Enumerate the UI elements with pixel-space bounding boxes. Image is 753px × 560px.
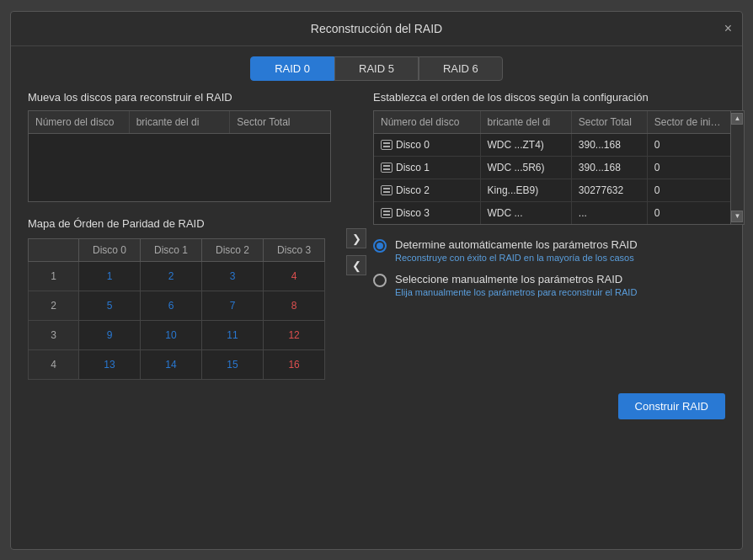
right-cell-disk: Disco 0 bbox=[374, 134, 481, 156]
tab-raid0[interactable]: RAID 0 bbox=[250, 56, 334, 81]
tab-raid5[interactable]: RAID 5 bbox=[334, 56, 419, 81]
left-section-title: Mueva los discos para reconstruir el RAI… bbox=[28, 91, 331, 104]
parity-table: Disco 0 Disco 1 Disco 2 Disco 3 11234256… bbox=[28, 238, 325, 380]
right-col-disk: Número del disco bbox=[374, 111, 481, 133]
close-button[interactable]: × bbox=[724, 22, 732, 35]
left-col-disk: Número del disco bbox=[29, 111, 130, 133]
radio-auto-text: Determine automáticamente los parámetros… bbox=[395, 238, 638, 263]
parity-cell: 8 bbox=[264, 291, 325, 320]
parity-cell: 1 bbox=[79, 261, 141, 291]
radio-manual-label: Seleccione manualmente los parámetros RA… bbox=[395, 273, 637, 285]
radio-manual[interactable]: Seleccione manualmente los parámetros RA… bbox=[373, 273, 745, 297]
parity-row: 11234 bbox=[29, 261, 325, 291]
parity-row: 25678 bbox=[29, 291, 325, 320]
parity-col-empty bbox=[29, 238, 79, 261]
parity-cell: 4 bbox=[264, 261, 325, 291]
right-col-manuf: bricante del di bbox=[481, 111, 572, 133]
right-cell-manufacturer: WDC ... bbox=[481, 202, 572, 224]
tab-bar: RAID 0 RAID 5 RAID 6 bbox=[11, 46, 742, 91]
right-cell-disk: Disco 3 bbox=[374, 202, 481, 224]
right-col-sector-start: Sector de inicio del RAI bbox=[648, 111, 730, 133]
build-raid-button[interactable]: Construir RAID bbox=[618, 393, 725, 419]
parity-cell: 12 bbox=[264, 320, 325, 349]
move-left-button[interactable]: ❮ bbox=[346, 255, 366, 275]
right-cell-sector-total: 30277632 bbox=[572, 179, 648, 201]
radio-auto-circle[interactable] bbox=[373, 239, 387, 253]
right-panel: Establezca el orden de los discos según … bbox=[373, 91, 745, 380]
parity-row-num: 3 bbox=[29, 320, 79, 349]
disk-icon bbox=[381, 140, 393, 150]
right-cell-sector-total: 390...168 bbox=[572, 157, 648, 179]
left-table-header: Número del disco bricante del di Sector … bbox=[29, 111, 330, 134]
radio-auto-desc: Reconstruye con éxito el RAID en la mayo… bbox=[395, 253, 638, 263]
transfer-buttons: ❯ ❮ bbox=[339, 91, 373, 380]
parity-title: Mapa de Órden de Paridad de RAID bbox=[28, 217, 331, 230]
parity-col-disk3: Disco 3 bbox=[264, 238, 325, 261]
parity-cell: 7 bbox=[202, 291, 264, 320]
scroll-down-button[interactable]: ▼ bbox=[731, 211, 743, 222]
right-table-scrollbar[interactable]: ▲ ▼ bbox=[731, 110, 745, 225]
disk-icon bbox=[381, 208, 393, 218]
parity-cell: 10 bbox=[141, 320, 202, 349]
right-table-body: Disco 0WDC ...ZT4)390...1680Disco 1WDC .… bbox=[374, 134, 730, 224]
right-cell-disk: Disco 1 bbox=[374, 157, 481, 179]
right-cell-disk: Disco 2 bbox=[374, 179, 481, 201]
right-cell-manufacturer: WDC ...ZT4) bbox=[481, 134, 572, 156]
footer: Construir RAID bbox=[11, 380, 742, 419]
tab-raid6[interactable]: RAID 6 bbox=[419, 56, 503, 81]
parity-col-disk1: Disco 1 bbox=[141, 238, 202, 261]
right-cell-sector-total: ... bbox=[572, 202, 648, 224]
radio-group: Determine automáticamente los parámetros… bbox=[373, 238, 745, 297]
parity-cell: 6 bbox=[141, 291, 202, 320]
parity-col-disk0: Disco 0 bbox=[79, 238, 141, 261]
raid-reconstruction-dialog: Reconstrucción del RAID × RAID 0 RAID 5 … bbox=[10, 11, 743, 550]
left-col-sector: Sector Total bbox=[230, 111, 330, 133]
parity-cell: 13 bbox=[79, 349, 141, 379]
parity-row: 39101112 bbox=[29, 320, 325, 349]
right-cell-sector-start: 0 bbox=[648, 134, 730, 156]
parity-col-disk2: Disco 2 bbox=[202, 238, 264, 261]
parity-cell: 16 bbox=[264, 349, 325, 379]
left-panel: Mueva los discos para reconstruir el RAI… bbox=[28, 91, 331, 380]
dialog-title: Reconstrucción del RAID bbox=[311, 22, 442, 35]
right-table-wrapper: Número del disco bricante del di Sector … bbox=[373, 110, 745, 225]
right-cell-sector-start: 0 bbox=[648, 157, 730, 179]
right-table-row: Disco 1WDC ...5R6)390...1680 bbox=[374, 157, 730, 179]
right-table-row: Disco 3WDC ......0 bbox=[374, 202, 730, 224]
right-cell-sector-total: 390...168 bbox=[572, 134, 648, 156]
radio-auto[interactable]: Determine automáticamente los parámetros… bbox=[373, 238, 745, 263]
right-table-header: Número del disco bricante del di Sector … bbox=[374, 111, 730, 134]
left-col-manuf: bricante del di bbox=[130, 111, 231, 133]
scroll-up-button[interactable]: ▲ bbox=[731, 113, 743, 125]
right-cell-sector-start: 0 bbox=[648, 202, 730, 224]
parity-cell: 11 bbox=[202, 320, 264, 349]
parity-cell: 9 bbox=[79, 320, 141, 349]
parity-section: Mapa de Órden de Paridad de RAID Disco 0… bbox=[28, 217, 331, 380]
move-right-button[interactable]: ❯ bbox=[346, 228, 366, 248]
right-cell-manufacturer: WDC ...5R6) bbox=[481, 157, 572, 179]
right-cell-manufacturer: King...EB9) bbox=[481, 179, 572, 201]
parity-cell: 14 bbox=[141, 349, 202, 379]
title-bar: Reconstrucción del RAID × bbox=[11, 12, 742, 46]
left-table: Número del disco bricante del di Sector … bbox=[28, 110, 331, 202]
parity-cell: 5 bbox=[79, 291, 141, 320]
right-table-row: Disco 2King...EB9)302776320 bbox=[374, 179, 730, 202]
parity-row-num: 1 bbox=[29, 261, 79, 291]
right-section-title: Establezca el orden de los discos según … bbox=[373, 91, 745, 104]
radio-manual-text: Seleccione manualmente los parámetros RA… bbox=[395, 273, 637, 297]
parity-row: 413141516 bbox=[29, 349, 325, 379]
disk-icon bbox=[381, 185, 393, 195]
right-table: Número del disco bricante del di Sector … bbox=[373, 110, 731, 225]
radio-manual-desc: Elija manualmente los parámetros para re… bbox=[395, 287, 637, 297]
disk-icon bbox=[381, 163, 393, 173]
parity-row-num: 2 bbox=[29, 291, 79, 320]
parity-cell: 2 bbox=[141, 261, 202, 291]
radio-manual-circle[interactable] bbox=[373, 274, 387, 287]
radio-auto-label: Determine automáticamente los parámetros… bbox=[395, 238, 638, 251]
left-table-body bbox=[29, 134, 330, 201]
right-table-row: Disco 0WDC ...ZT4)390...1680 bbox=[374, 134, 730, 157]
parity-row-num: 4 bbox=[29, 349, 79, 379]
parity-cell: 15 bbox=[202, 349, 264, 379]
main-content: Mueva los discos para reconstruir el RAI… bbox=[11, 91, 742, 380]
right-cell-sector-start: 0 bbox=[648, 179, 730, 201]
